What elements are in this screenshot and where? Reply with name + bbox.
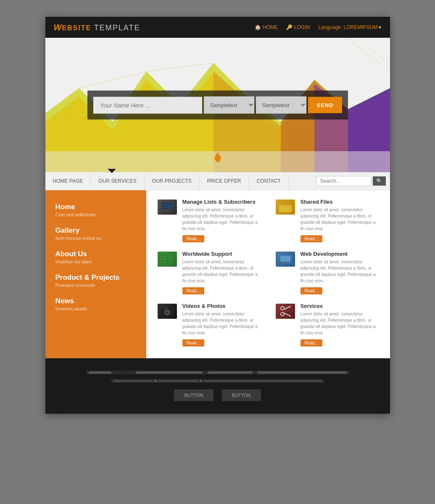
main-navigation: HOME PAGE OUR SERVICES OUR PROJECTS PRIC… <box>45 172 390 190</box>
card-shared-files: Shared Files Lorem dolor sit amet, conse… <box>274 199 380 242</box>
card-text: Web Development Lorem dolor sit amet, co… <box>301 251 380 294</box>
card-title: Videos & Photos <box>182 303 262 309</box>
header: WEBSITE TEMPLATE 🏠 HOME 🔑 LOGIN Language… <box>45 17 390 38</box>
card-services: Services Lorem dolor sit amet, consectet… <box>274 303 380 346</box>
svg-point-36 <box>166 311 169 314</box>
read-button-1[interactable]: Read... <box>301 235 322 242</box>
footer-button-2[interactable]: BUTTON <box>222 389 261 401</box>
card-videos-photos: Videos & Photos Lorem dolor sit amet, co… <box>156 303 262 346</box>
nav-item-services[interactable]: OUR SERVICES <box>91 172 144 190</box>
footer-bar1 <box>87 371 349 374</box>
name-input[interactable] <box>93 97 203 113</box>
main-content: Manage Lists & Subscribers Lorem dolor s… <box>146 190 390 358</box>
home-link[interactable]: 🏠 HOME <box>255 24 278 30</box>
nav-item-home[interactable]: HOME PAGE <box>45 172 91 190</box>
card-text: Shared Files Lorem dolor sit amet, conse… <box>301 199 380 242</box>
card-title: Services <box>301 303 380 309</box>
card-description: Lorem dolor sit amet, consectetur adipis… <box>301 311 380 336</box>
read-button-3[interactable]: Read... <box>301 287 322 294</box>
card-title: Manage Lists & Subscribers <box>182 199 262 205</box>
content-grid: Manage Lists & Subscribers Lorem dolor s… <box>156 199 380 346</box>
card-description: Lorem dolor sit amet, consectetur adipis… <box>182 311 262 336</box>
scissors-icon <box>276 304 295 319</box>
card-icon <box>274 199 296 215</box>
svg-rect-24 <box>164 211 170 212</box>
login-link[interactable]: 🔑 LOGIN <box>286 24 310 30</box>
sidebar-item-home[interactable]: Home Cras sed sollicitudin <box>55 203 136 217</box>
read-button-2[interactable]: Read... <box>182 287 204 294</box>
read-button-5[interactable]: Read... <box>301 339 322 346</box>
logo-text-template: TEMPLATE <box>94 24 140 32</box>
water-drop <box>214 152 221 165</box>
svg-rect-22 <box>162 203 172 209</box>
card-text: Services Lorem dolor sit amet, consectet… <box>301 303 380 346</box>
card-web-development: Web Development Lorem dolor sit amet, co… <box>274 251 380 294</box>
svg-line-41 <box>284 313 291 316</box>
home-icon: 🏠 <box>255 24 261 30</box>
card-header: Worldwide Support Lorem dolor sit amet, … <box>156 251 262 294</box>
nav-arrow <box>108 169 116 173</box>
card-header: Manage Lists & Subscribers Lorem dolor s… <box>156 199 262 242</box>
sidebar-item-products[interactable]: Product & Projects Praesent commodo <box>55 273 136 288</box>
globe-icon <box>158 252 177 267</box>
svg-line-40 <box>284 306 291 310</box>
dropdown1[interactable]: Sampletext <box>204 97 254 114</box>
website-container: WEBSITE TEMPLATE 🏠 HOME 🔑 LOGIN Language… <box>45 17 390 414</box>
sidebar-item-about[interactable]: About Us Vivamus dui diam <box>55 250 136 264</box>
svg-rect-23 <box>166 210 169 211</box>
card-text: Worldwide Support Lorem dolor sit amet, … <box>182 251 262 294</box>
card-header: Shared Files Lorem dolor sit amet, conse… <box>274 199 380 242</box>
read-button-4[interactable]: Read... <box>182 339 204 346</box>
folder-icon <box>276 200 295 215</box>
footer-bar2 <box>111 379 324 383</box>
footer-buttons: BUTTON BUTTON <box>174 389 261 401</box>
nav-item-price[interactable]: PRICE OFFER <box>200 172 249 190</box>
svg-rect-25 <box>279 205 292 212</box>
language-selector[interactable]: Language: LOREMIPSUM ▾ <box>318 24 381 30</box>
card-header: Web Development Lorem dolor sit amet, co… <box>274 251 380 294</box>
sidebar-item-gallery[interactable]: Gallery Sed rhoncus metus eu <box>55 226 136 241</box>
logo: WEBSITE TEMPLATE <box>54 23 140 32</box>
svg-line-11 <box>146 63 214 71</box>
nav-search: 🔍 <box>312 173 390 189</box>
login-icon: 🔑 <box>286 24 293 30</box>
svg-point-39 <box>281 312 284 316</box>
camera-icon <box>158 304 177 319</box>
svg-rect-33 <box>278 262 293 264</box>
card-description: Lorem dolor sit amet, consectetur adipis… <box>182 207 262 232</box>
dropdown2[interactable]: Sampletext <box>256 97 306 114</box>
card-icon <box>156 303 178 320</box>
footer-button-1[interactable]: BUTTON <box>174 389 213 401</box>
card-manage-subscribers: Manage Lists & Subscribers Lorem dolor s… <box>156 199 262 242</box>
search-input[interactable] <box>316 176 371 186</box>
svg-line-8 <box>79 71 146 88</box>
card-header: Videos & Photos Lorem dolor sit amet, co… <box>156 303 262 346</box>
nav-item-contact[interactable]: CONTACT <box>249 172 288 190</box>
header-navigation: 🏠 HOME 🔑 LOGIN Language: LOREMIPSUM ▾ <box>255 24 381 30</box>
sidebar-item-news[interactable]: News Vivamus iaculis <box>55 297 136 311</box>
card-title: Web Development <box>301 251 380 257</box>
card-description: Lorem dolor sit amet, consectetur adipis… <box>301 259 380 284</box>
card-description: Lorem dolor sit amet, consectetur adipis… <box>182 259 262 284</box>
read-button-0[interactable]: Read... <box>182 235 204 242</box>
card-title: Worldwide Support <box>182 251 262 257</box>
card-icon <box>156 199 178 215</box>
card-icon <box>274 251 296 268</box>
laptop-icon <box>276 252 295 267</box>
search-button[interactable]: 🔍 <box>373 176 386 186</box>
send-button[interactable]: SEND <box>308 97 342 113</box>
footer: BUTTON BUTTON <box>45 358 390 414</box>
hero-form: Sampletext Sampletext SEND <box>87 91 348 120</box>
card-title: Shared Files <box>301 199 380 205</box>
card-worldwide-support: Worldwide Support Lorem dolor sit amet, … <box>156 251 262 294</box>
hero-section: Sampletext Sampletext SEND <box>45 38 390 172</box>
sidebar: Home Cras sed sollicitudin Gallery Sed r… <box>45 190 146 358</box>
content-area: Home Cras sed sollicitudin Gallery Sed r… <box>45 190 390 358</box>
card-text: Videos & Photos Lorem dolor sit amet, co… <box>182 303 262 346</box>
svg-line-18 <box>348 38 373 63</box>
card-icon <box>274 303 296 320</box>
card-description: Lorem dolor sit amet, consectetur adipis… <box>301 207 380 232</box>
nav-item-projects[interactable]: OUR PROJECTS <box>145 172 200 190</box>
card-text: Manage Lists & Subscribers Lorem dolor s… <box>182 199 262 242</box>
svg-rect-32 <box>280 256 290 262</box>
